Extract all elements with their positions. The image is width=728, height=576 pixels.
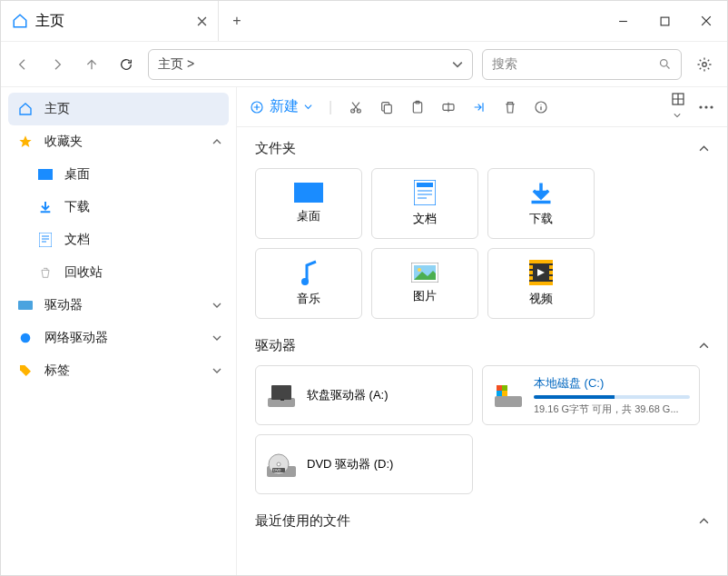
sidebar-item-tags[interactable]: 标签 xyxy=(8,354,229,387)
minimize-button[interactable] xyxy=(602,1,644,41)
desktop-icon xyxy=(35,169,55,180)
chevron-up-icon[interactable] xyxy=(212,137,221,146)
cut-button[interactable] xyxy=(349,100,363,114)
sidebar-item-documents[interactable]: 文档 xyxy=(8,223,229,256)
chevron-up-icon[interactable] xyxy=(699,516,709,526)
folder-music[interactable]: 音乐 xyxy=(255,248,362,319)
chevron-down-icon[interactable] xyxy=(212,366,221,375)
folder-label: 音乐 xyxy=(297,291,320,307)
drive-label: DVD 驱动器 (D:) xyxy=(307,456,463,472)
sidebar-item-drives[interactable]: 驱动器 xyxy=(8,289,229,322)
sidebar-item-downloads[interactable]: 下载 xyxy=(8,191,229,223)
address-text: 主页 > xyxy=(158,56,194,73)
sidebar-item-home[interactable]: 主页 xyxy=(8,93,229,125)
section-header[interactable]: 文件夹 xyxy=(255,140,709,157)
section-drives: 驱动器 软盘驱动器 (A:) 本地磁盘 (C:) 19.16 G字节 可用，共 … xyxy=(255,337,709,494)
svg-rect-37 xyxy=(502,391,507,396)
refresh-button[interactable] xyxy=(113,52,139,77)
network-icon xyxy=(15,331,35,345)
dvd-icon: DVD xyxy=(265,452,298,477)
folder-videos[interactable]: 视频 xyxy=(487,248,595,319)
svg-rect-11 xyxy=(384,104,391,113)
search-input[interactable]: 搜索 xyxy=(482,49,682,80)
maximize-button[interactable] xyxy=(644,1,685,41)
sidebar-item-label: 文档 xyxy=(64,232,90,248)
tab-title: 主页 xyxy=(35,12,64,31)
layout-button[interactable] xyxy=(671,92,685,123)
search-placeholder: 搜索 xyxy=(492,56,517,73)
folder-downloads[interactable]: 下载 xyxy=(487,168,595,239)
paste-button[interactable] xyxy=(410,100,425,114)
section-title: 最近使用的文件 xyxy=(255,512,350,530)
sidebar-item-recycle[interactable]: 回收站 xyxy=(8,256,229,289)
sidebar-item-desktop[interactable]: 桌面 xyxy=(8,158,229,191)
svg-point-19 xyxy=(710,105,713,108)
new-button[interactable]: 新建 xyxy=(250,97,312,116)
chevron-down-icon[interactable] xyxy=(212,301,221,310)
music-icon xyxy=(298,260,320,285)
folder-documents[interactable]: 文档 xyxy=(371,168,478,239)
svg-rect-31 xyxy=(280,399,284,401)
address-bar[interactable]: 主页 > xyxy=(148,49,473,80)
delete-button[interactable] xyxy=(503,100,517,114)
svg-rect-34 xyxy=(497,385,502,391)
folder-pictures[interactable]: 图片 xyxy=(371,248,478,319)
svg-point-17 xyxy=(699,105,702,108)
download-icon xyxy=(35,200,55,214)
back-button[interactable] xyxy=(10,52,35,77)
up-button[interactable] xyxy=(79,52,104,77)
chevron-up-icon[interactable] xyxy=(699,144,709,154)
folder-label: 文档 xyxy=(413,211,437,227)
folder-desktop[interactable]: 桌面 xyxy=(255,168,362,239)
drive-local-c[interactable]: 本地磁盘 (C:) 19.16 G字节 可用，共 39.68 G... xyxy=(482,365,700,425)
close-window-button[interactable] xyxy=(685,1,727,41)
tab-home[interactable]: 主页 xyxy=(1,1,219,41)
chevron-down-icon[interactable] xyxy=(452,59,463,70)
svg-rect-20 xyxy=(294,183,323,203)
new-tab-button[interactable]: + xyxy=(219,1,255,41)
sidebar-item-network[interactable]: 网络驱动器 xyxy=(8,322,229,354)
disk-icon xyxy=(492,383,525,407)
drive-floppy[interactable]: 软盘驱动器 (A:) xyxy=(255,365,473,425)
svg-point-40 xyxy=(277,462,280,466)
copy-button[interactable] xyxy=(379,100,394,114)
rename-button[interactable] xyxy=(441,100,456,114)
svg-text:DVD: DVD xyxy=(273,468,281,472)
settings-button[interactable] xyxy=(691,51,718,78)
info-button[interactable] xyxy=(534,100,548,114)
drive-label: 软盘驱动器 (A:) xyxy=(307,387,463,403)
svg-rect-0 xyxy=(661,17,669,25)
svg-point-23 xyxy=(301,278,309,285)
sidebar-item-label: 网络驱动器 xyxy=(44,330,108,346)
folder-label: 桌面 xyxy=(297,208,320,224)
svg-point-18 xyxy=(704,105,707,108)
chevron-up-icon[interactable] xyxy=(699,341,709,351)
home-icon xyxy=(12,13,28,29)
document-icon xyxy=(35,233,55,247)
section-recent: 最近使用的文件 xyxy=(255,512,709,530)
section-header[interactable]: 驱动器 xyxy=(255,337,709,354)
more-button[interactable] xyxy=(698,104,714,110)
section-header[interactable]: 最近使用的文件 xyxy=(255,512,709,530)
sidebar-item-favorites[interactable]: 收藏夹 xyxy=(8,125,229,158)
desktop-icon xyxy=(294,183,323,203)
svg-rect-3 xyxy=(38,169,53,180)
home-icon xyxy=(15,102,35,116)
svg-point-26 xyxy=(418,268,421,272)
svg-rect-22 xyxy=(417,183,433,187)
chevron-down-icon[interactable] xyxy=(212,333,221,343)
folder-label: 下载 xyxy=(529,211,553,227)
recycle-icon xyxy=(35,265,55,280)
share-button[interactable] xyxy=(472,100,487,114)
close-tab-icon[interactable] xyxy=(197,16,207,26)
content: 新建 | 文件夹 桌面 xyxy=(237,87,727,575)
floppy-icon xyxy=(265,382,298,409)
sidebar-item-label: 桌面 xyxy=(64,166,90,183)
folder-label: 图片 xyxy=(413,288,437,304)
picture-icon xyxy=(411,263,438,283)
document-icon xyxy=(414,180,436,205)
drive-dvd[interactable]: DVD DVD 驱动器 (D:) xyxy=(255,434,473,494)
forward-button[interactable] xyxy=(44,52,70,77)
drive-stat: 19.16 G字节 可用，共 39.68 G... xyxy=(534,402,690,416)
sidebar-item-label: 主页 xyxy=(44,101,70,117)
